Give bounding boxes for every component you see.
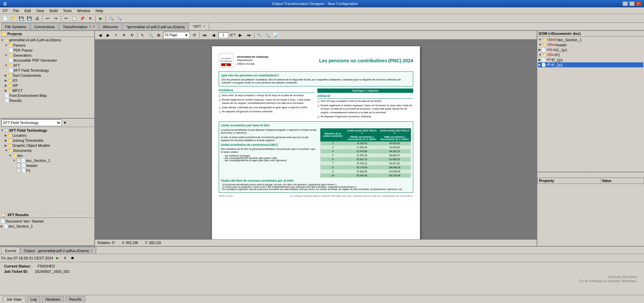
bottom-tab-events[interactable]: Events: [1, 247, 20, 254]
tree-doc-section-result[interactable]: ▶ 📄 doc_Section_1: [1, 224, 94, 229]
menu-build[interactable]: Build: [47, 8, 60, 13]
tree-item-io[interactable]: ▶ 📁 I/O: [1, 78, 94, 83]
output-tab-close[interactable]: ✕: [90, 249, 93, 252]
stop-button[interactable]: ⏹: [69, 255, 75, 261]
next-page-button[interactable]: ▶: [104, 32, 112, 39]
xft-dropdown-arrow[interactable]: ▼: [63, 121, 67, 125]
dom-item-div-header[interactable]: ▼ 📁 <Div> header: [538, 42, 643, 47]
save-all-button[interactable]: 💾: [25, 15, 33, 22]
tree-graphic-objects[interactable]: ▶ 📁 Graphic Object Models: [1, 143, 94, 148]
tree-item-tool-components[interactable]: ▶ 📁 Tool Components: [1, 73, 94, 78]
dom-item-sect[interactable]: ▼ 📁 <Sect> doc_Section_1: [538, 37, 643, 42]
sub-tab-log[interactable]: Log: [27, 296, 40, 303]
print-button[interactable]: 🖨: [34, 15, 41, 22]
tree-item-xft-field-tech[interactable]: 📄 XFT Field Technology: [1, 68, 94, 73]
menu-file[interactable]: File: [10, 8, 22, 13]
arrow-xft-tech: ▼: [1, 129, 4, 132]
search-button[interactable]: 🔍: [147, 32, 154, 39]
tab-welcome[interactable]: Welcome: [99, 23, 122, 30]
delete-page-button[interactable]: ✕: [120, 32, 128, 39]
tree-item-parsers[interactable]: ▼ 📁 Parsers: [1, 43, 94, 48]
zoom-in-button[interactable]: 🔍: [107, 15, 115, 22]
export-button[interactable]: 📊: [272, 32, 279, 39]
zoom-out-button[interactable]: 🔍: [115, 15, 123, 22]
refresh-button[interactable]: ↻: [128, 32, 136, 39]
search2-button[interactable]: 🔍: [264, 32, 271, 39]
tree-doc-section-1[interactable]: ▼ ✓ 📄 doc_Section_1: [1, 158, 94, 163]
menu-view[interactable]: View: [34, 8, 47, 13]
refresh-view-button[interactable]: ↺: [191, 32, 198, 39]
tree-item-xft-root[interactable]: ▼ 📁 XFT: [1, 63, 94, 68]
tree-item-accessible-pdf[interactable]: 📄 Accessible PDF Generator: [1, 58, 94, 63]
menu-help[interactable]: Help: [93, 8, 106, 13]
add-page-button[interactable]: +: [112, 32, 120, 39]
delete-button[interactable]: ✕: [87, 15, 94, 22]
dom-item-div-p1[interactable]: ▼ 📁 <Div> P1: [538, 52, 643, 57]
close-button[interactable]: ✕: [636, 1, 641, 6]
pause-button[interactable]: ⏸: [62, 255, 68, 261]
xft-dropdown[interactable]: XFT Field Technology: [1, 119, 62, 126]
new-button[interactable]: 📄: [1, 15, 9, 22]
sub-tab-job-stats[interactable]: Job Stats: [3, 296, 25, 303]
sub-tab-results[interactable]: Results: [65, 296, 85, 303]
dom-item-p-1p1[interactable]: ▶ 📄 <P> P_1p1: [538, 57, 643, 62]
undo-button[interactable]: ↩: [44, 15, 51, 22]
fit-dropdown[interactable]: Fit Page ▼: [163, 32, 190, 39]
sub-tab-variables[interactable]: Variables: [42, 296, 64, 303]
tree-documents[interactable]: ▼ 📁 Documents: [1, 148, 94, 153]
tab-project[interactable]: *generalitat-v2-pdf-2-pdf-ua.d2eproj: [122, 23, 188, 30]
tab-file-systems[interactable]: File Systems: [1, 23, 30, 30]
dom-item-p-2p1[interactable]: ▶ 📄 <P> P_2p1: [538, 62, 643, 67]
tree-doc[interactable]: ▼ 📁 doc: [1, 153, 94, 158]
tree-locators[interactable]: ▶ 📁 Locators: [1, 133, 94, 138]
prev-nav-button[interactable]: ◀: [210, 32, 217, 39]
tab-transformation-close[interactable]: ✕: [89, 25, 92, 28]
tab-transformation-add[interactable]: +: [93, 25, 95, 28]
open-button[interactable]: 📂: [9, 15, 17, 22]
uec-title: Unitat econòmica de convivència (UEC): [221, 143, 318, 146]
tools-button[interactable]: 🔧: [256, 32, 263, 39]
tree-item-xif[interactable]: ▶ 📁 XIF: [1, 83, 94, 88]
tree-doc-started[interactable]: 📄 Document 'doc' Started: [1, 219, 94, 224]
tab-connections[interactable]: Connections: [31, 23, 58, 30]
menu-window[interactable]: Window: [74, 8, 93, 13]
run-button[interactable]: ▶: [97, 15, 104, 22]
tree-xft-tech[interactable]: ▼ 📋 XFT Field Technology: [1, 128, 94, 133]
row-5-t1: 27.552,28: [345, 153, 379, 157]
tree-joining[interactable]: ▶ 📁 Joining Thresholds: [1, 138, 94, 143]
tree-item-project[interactable]: ▼ 📁 generalitat-v2-pdf-2-pdf-ua.d2eproj: [1, 38, 94, 43]
run-bottom-button[interactable]: ▶: [55, 255, 61, 261]
tree-item-pdf-parser[interactable]: 📄 PDF Parser: [1, 48, 94, 53]
copy-button[interactable]: 📋: [70, 15, 78, 22]
tree-item-mfct[interactable]: ▶ 📁 MFCT: [1, 88, 94, 93]
tab-xft-close[interactable]: ✕: [203, 24, 205, 28]
check-section1[interactable]: ✓: [16, 159, 20, 163]
tree-item-generators[interactable]: ▼ 📁 Generators: [1, 53, 94, 58]
bottom-tab-output[interactable]: Output - generalitat-pdf-2-pdfua.d2eproj…: [20, 247, 97, 254]
tree-item-font-env[interactable]: 📄 Font Environment Map: [1, 93, 94, 98]
prev-page-button[interactable]: ◀: [96, 32, 104, 39]
zoom-fit-button[interactable]: ⊞: [155, 32, 162, 39]
redo-button[interactable]: ↪: [52, 15, 59, 22]
cut-button[interactable]: ✂: [62, 15, 70, 22]
paste-button[interactable]: 📌: [78, 15, 86, 22]
select-tool[interactable]: ↖: [139, 32, 146, 39]
last-page-button[interactable]: ⏭: [246, 32, 253, 39]
first-page-button[interactable]: ⏮: [201, 32, 208, 39]
menu-tools[interactable]: Tools: [60, 8, 74, 13]
check-header[interactable]: ✓: [17, 164, 21, 168]
menu-ot[interactable]: OT: [0, 8, 10, 13]
tree-header[interactable]: ✓ 📄 header: [1, 163, 94, 168]
tab-transformation[interactable]: Transformation ✕ +: [59, 23, 98, 30]
tree-item-results-proj[interactable]: 📄 Results: [1, 98, 94, 103]
maximize-button[interactable]: □: [629, 1, 635, 6]
next-nav-button[interactable]: ▶: [237, 32, 244, 39]
dom-item-h1[interactable]: ▶ 📄 <H1> H1_1p1: [538, 47, 643, 52]
save-button[interactable]: 💾: [17, 15, 25, 22]
check-p1[interactable]: ✓: [17, 169, 21, 173]
tree-p1[interactable]: ✓ 📄 P1: [1, 168, 94, 173]
menu-edit[interactable]: Edit: [22, 8, 34, 13]
tab-xft[interactable]: *XFT ✕: [189, 22, 209, 30]
page-number-display[interactable]: 1: [218, 32, 228, 38]
minimize-button[interactable]: ─: [623, 1, 628, 6]
